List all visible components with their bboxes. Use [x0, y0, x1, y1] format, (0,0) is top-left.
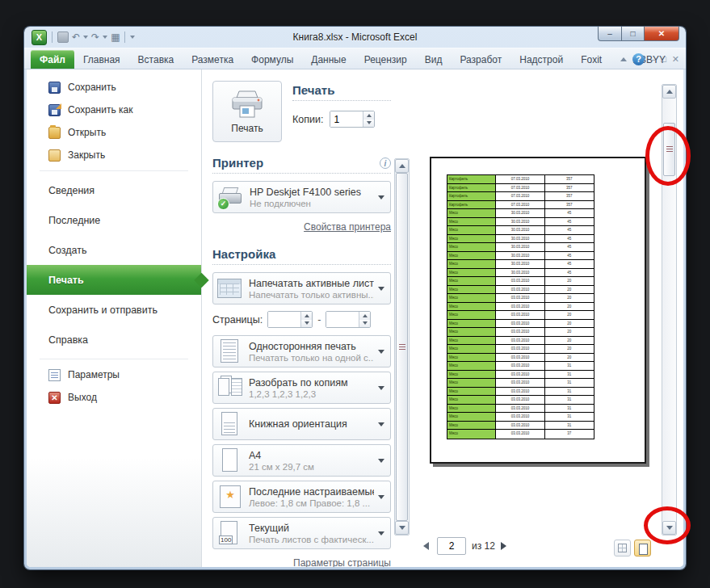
- sidebar-command[interactable]: Сохранить: [27, 76, 201, 99]
- ribbon-tab[interactable]: Формулы: [242, 50, 302, 69]
- copies-stepper[interactable]: [330, 111, 375, 128]
- print-setting-select[interactable]: A4 21 см x 29,7 см: [212, 444, 391, 477]
- sidebar-command[interactable]: Параметры: [27, 363, 201, 386]
- scroll-up-button[interactable]: [662, 85, 676, 99]
- ribbon-tab[interactable]: Foxit PDF: [572, 50, 624, 69]
- workbook-close-icon[interactable]: ✕: [672, 53, 679, 65]
- ribbon-tab-label: Главная: [83, 54, 120, 65]
- scroll-up-button[interactable]: [395, 159, 409, 173]
- title-bar: X ↶ ↷ ▦ Книга8.xlsx - Microsoft Excel – …: [24, 27, 686, 48]
- window-controls: – □ ✕: [598, 27, 679, 41]
- pages-to-input[interactable]: [326, 312, 359, 327]
- printer-select[interactable]: ✓ HP Deskjet F4100 series Не подключен: [212, 181, 391, 213]
- info-icon[interactable]: i: [380, 158, 391, 169]
- ribbon-tab[interactable]: Разработ: [451, 50, 510, 69]
- pages-to-decrement-icon[interactable]: [359, 320, 370, 328]
- workbook-minimize-icon[interactable]: –: [650, 53, 655, 65]
- pages-from-decrement-icon[interactable]: [301, 320, 312, 328]
- sidebar-command[interactable]: Закрыть: [27, 144, 201, 166]
- sidebar-nav-label: Справка: [48, 334, 88, 346]
- sidebar-nav-item[interactable]: Сведения: [27, 175, 201, 205]
- sidebar-command-label: Закрыть: [68, 149, 105, 161]
- printer-properties-link[interactable]: Свойства принтера: [304, 221, 391, 233]
- sidebar-command[interactable]: Выход: [27, 386, 201, 409]
- settings-section-title: Настройка: [212, 247, 391, 265]
- page-number-input[interactable]: [437, 537, 466, 555]
- print-setting-icon: [217, 411, 243, 437]
- preview-table-row: Мясо 03.03.2010 31: [447, 371, 594, 380]
- excel-window: X ↶ ↷ ▦ Книга8.xlsx - Microsoft Excel – …: [24, 27, 686, 569]
- ribbon-tab[interactable]: Рецензир: [355, 50, 416, 69]
- pages-to-stepper[interactable]: [326, 311, 371, 328]
- copies-input[interactable]: [330, 111, 363, 127]
- page-navigator: из 12: [423, 537, 509, 555]
- pages-from-stepper[interactable]: [267, 311, 313, 328]
- sidebar-nav-item[interactable]: Справка: [27, 325, 201, 355]
- preview-table-row: Мясо 03.03.2010 31: [447, 362, 594, 371]
- sidebar-nav-item[interactable]: Создать: [27, 235, 201, 265]
- sidebar-nav-item[interactable]: Последние: [27, 205, 201, 235]
- chevron-down-icon: [378, 195, 384, 200]
- ribbon-tab[interactable]: Разметка: [183, 50, 242, 69]
- ribbon-right-controls: ? – □ ✕: [620, 48, 679, 69]
- ribbon-tab[interactable]: Данные: [302, 50, 355, 69]
- pages-to-increment-icon[interactable]: [359, 312, 370, 320]
- print-setting-select[interactable]: Книжная ориентация: [212, 408, 391, 440]
- minimize-button[interactable]: –: [598, 27, 622, 41]
- printer-large-icon: [229, 90, 265, 119]
- preview-table-row: Мясо 03.03.2010 20: [447, 294, 594, 303]
- sidebar-nav-item[interactable]: Сохранить и отправить: [27, 295, 201, 325]
- sidebar-command[interactable]: Сохранить как: [27, 99, 201, 121]
- copies-label: Копии:: [292, 114, 323, 125]
- restore-button[interactable]: □: [622, 27, 645, 41]
- copies-decrement-icon[interactable]: [363, 120, 374, 128]
- printer-status: Не подключен: [250, 199, 361, 208]
- print-setting-select[interactable]: Односторонняя печать Печатать только на …: [212, 335, 391, 368]
- sidebar-command-label: Сохранить: [68, 82, 116, 93]
- print-setting-select[interactable]: Последние настраиваемые ... Левое: 1,8 с…: [212, 481, 391, 513]
- ribbon-tab[interactable]: Надстрой: [510, 50, 572, 69]
- show-margins-button[interactable]: [614, 540, 631, 556]
- print-setting-select[interactable]: Текущий Печать листов с фактическ...: [212, 517, 391, 549]
- ribbon-tab[interactable]: Главная: [74, 50, 129, 69]
- preview-table-row: Мясо 03.03.2010 31: [447, 413, 594, 422]
- scroll-down-button[interactable]: [395, 521, 409, 535]
- print-setting-title: Последние настраиваемые ...: [249, 486, 374, 498]
- red-highlight-ellipse-scroll-thumb: [645, 126, 691, 186]
- ribbon-tab[interactable]: Вид: [416, 50, 452, 69]
- print-button[interactable]: Печать: [212, 81, 282, 142]
- help-icon[interactable]: ?: [632, 53, 645, 65]
- print-setting-icon: [217, 447, 243, 473]
- ribbon-tab[interactable]: Вставка: [129, 50, 183, 69]
- workbook-restore-icon[interactable]: □: [661, 53, 666, 65]
- page-count-label: из 12: [472, 540, 495, 552]
- sidebar-command-label: Параметры: [68, 369, 120, 380]
- pages-from-increment-icon[interactable]: [301, 312, 312, 320]
- printer-status-check-icon: ✓: [217, 198, 229, 210]
- chevron-down-icon: [378, 386, 384, 390]
- print-preview-page: Картофель 07.03.2010 357 Картофель 07.03…: [430, 157, 646, 464]
- ribbon-tab[interactable]: Файл: [31, 50, 74, 69]
- sidebar-nav-item[interactable]: Печать: [27, 265, 201, 295]
- active-sheets-icon: [217, 275, 243, 301]
- print-what-select[interactable]: Напечатать активные листы Напечатать тол…: [212, 272, 391, 304]
- next-page-button[interactable]: [501, 541, 509, 551]
- preview-table-row: Мясо 03.03.2010 31: [447, 388, 594, 397]
- sidebar-command-label: Выход: [68, 392, 97, 403]
- minimize-ribbon-icon[interactable]: [620, 57, 627, 61]
- settings-scrollbar[interactable]: [394, 158, 410, 536]
- sidebar-command[interactable]: Открыть: [27, 121, 201, 144]
- copies-increment-icon[interactable]: [363, 111, 374, 120]
- sidebar-nav-label: Последние: [48, 215, 100, 226]
- sidebar-command-icon: [48, 392, 61, 404]
- settings-scrollbar-thumb[interactable]: [396, 173, 408, 521]
- zoom-to-page-button[interactable]: [634, 540, 651, 556]
- close-button[interactable]: ✕: [645, 27, 679, 41]
- print-setting-select[interactable]: Разобрать по копиям 1,2,3 1,2,3 1,2,3: [212, 372, 391, 404]
- pages-from-input[interactable]: [268, 312, 300, 327]
- sidebar-command-icon: [48, 104, 61, 116]
- ribbon-tab-label: Разметка: [191, 54, 233, 65]
- page-setup-link[interactable]: Параметры страницы: [293, 557, 391, 567]
- sidebar-command-icon: [48, 127, 61, 139]
- previous-page-button[interactable]: [423, 541, 431, 551]
